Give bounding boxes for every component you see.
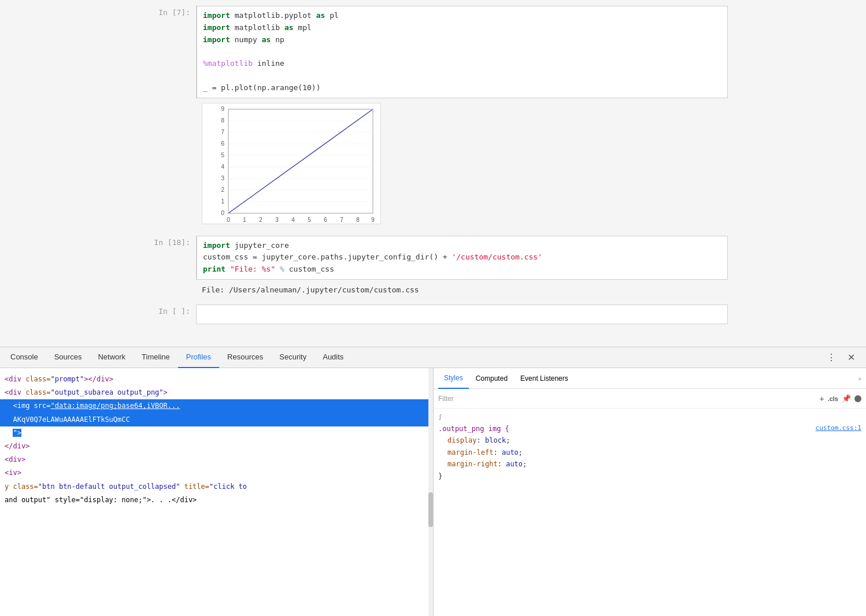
css-property-name: display <box>438 436 477 444</box>
dom-line-9: y class="btn btn-default output_collapse… <box>0 480 433 493</box>
tab-profiles[interactable]: Profiles <box>178 347 219 368</box>
css-prop-margin-right: margin-right: auto; <box>438 458 861 470</box>
keyword: import <box>203 11 230 20</box>
devtools-close-icon[interactable]: ✕ <box>843 350 859 366</box>
dom-line-8: <iv> <box>0 466 433 480</box>
keyword: as <box>262 35 271 44</box>
cell-7-label: In [7]: <box>138 6 196 17</box>
tab-resources[interactable]: Resources <box>219 347 271 368</box>
styles-tabs-more-icon[interactable]: » <box>858 375 861 382</box>
styles-color-icon[interactable] <box>854 395 861 402</box>
keyword: import <box>203 23 230 32</box>
dom-closing: "> <box>13 429 21 437</box>
cell-18-label: In [18]: <box>138 236 196 247</box>
styles-tab-computed[interactable]: Computed <box>470 368 513 389</box>
string-literal: '/custom/custom.css' <box>451 253 542 261</box>
code-text: mpl <box>294 23 312 32</box>
matplotlib-chart: 0 1 2 3 4 5 6 7 8 9 0 1 2 3 4 5 6 7 8 <box>202 103 381 224</box>
svg-text:8: 8 <box>356 217 360 223</box>
styles-cls-button[interactable]: .cls <box>828 395 838 402</box>
keyword: import <box>203 35 230 44</box>
dom-line-3-selected: <img src="data:image/png;base64,iVBOR... <box>0 399 433 413</box>
svg-text:4: 4 <box>291 217 295 223</box>
svg-text:0: 0 <box>227 217 230 223</box>
dom-line-5: "> <box>0 426 433 440</box>
cell-18-output: File: /Users/alneuman/.jupyter/custom/cu… <box>202 284 728 295</box>
dom-line-4-selected: AKqV0Q7eLAWuAAAAAElFTkSuQmCC <box>0 413 433 426</box>
dom-inspector-panel[interactable]: <div class="prompt"></div> <div class="o… <box>0 368 434 616</box>
code-text: custom_css = jupyter_core.paths.jupyter_… <box>203 253 451 261</box>
svg-text:6: 6 <box>221 140 224 147</box>
tab-timeline[interactable]: Timeline <box>134 347 178 368</box>
svg-text:1: 1 <box>221 198 224 205</box>
styles-add-icon[interactable]: + <box>819 394 824 403</box>
svg-text:7: 7 <box>221 129 224 135</box>
code-text: custom_css <box>284 265 334 273</box>
styles-pin-icon[interactable]: 📌 <box>842 394 851 403</box>
dom-continuation: AKqV0Q7eLAWuAAAAAElFTkSuQmCC <box>13 415 129 424</box>
keyword: import <box>203 241 230 250</box>
styles-filter-label: Filter <box>438 395 815 403</box>
svg-text:8: 8 <box>221 117 224 124</box>
code-text: _ = pl.plot(np.arange(10)) <box>203 83 321 92</box>
code-text: pl <box>325 11 338 20</box>
svg-text:9: 9 <box>371 217 375 223</box>
devtools-more-icon[interactable]: ⋮ <box>823 350 839 366</box>
code-text: matplotlib.pyplot <box>235 11 316 20</box>
cell-18-input[interactable]: import jupyter_core custom_css = jupyter… <box>196 236 728 280</box>
styles-tab-styles[interactable]: Styles <box>438 368 469 389</box>
css-property-name: margin-right <box>438 460 498 468</box>
devtools-tabs-bar: Console Sources Network Timeline Profile… <box>0 347 866 368</box>
styles-toolbar-icons: + .cls 📌 <box>819 394 861 403</box>
styles-inherited-label: ʃ <box>438 413 861 421</box>
code-text <box>275 265 280 273</box>
code-text: numpy <box>235 35 262 44</box>
css-source-link[interactable]: custom.css:1 <box>816 423 861 434</box>
tab-sources[interactable]: Sources <box>46 347 90 368</box>
styles-tab-event-listeners[interactable]: Event Listeners <box>515 368 574 389</box>
tab-network[interactable]: Network <box>90 347 134 368</box>
cell-7-input[interactable]: import matplotlib.pyplot as pl import ma… <box>196 6 728 98</box>
scroll-thumb[interactable] <box>428 492 433 527</box>
svg-text:9: 9 <box>221 106 224 112</box>
dom-attr-name: src= <box>34 402 51 410</box>
css-prop-display: display: block; <box>438 435 861 446</box>
svg-text:3: 3 <box>275 217 279 223</box>
svg-text:3: 3 <box>221 175 224 181</box>
dom-line-10: and output" style="display: none;">. . .… <box>0 493 433 507</box>
cell-7: In [7]: import matplotlib.pyplot as pl i… <box>138 6 728 98</box>
notebook-area: In [7]: import matplotlib.pyplot as pl i… <box>0 0 866 347</box>
css-prop-margin-left: margin-left: auto; <box>438 447 861 458</box>
dom-attr-value-link[interactable]: "data:image/png;base64,iVBOR... <box>50 402 180 410</box>
magic-cmd: %matplotlib <box>203 59 253 68</box>
keyword: print <box>203 265 225 273</box>
styles-toolbar: Filter + .cls 📌 <box>434 389 866 409</box>
cell-empty-label: In [ ]: <box>138 305 196 316</box>
css-property-value: auto <box>506 460 523 468</box>
tab-console[interactable]: Console <box>2 347 46 368</box>
css-rule-output-png: custom.css:1 .output_png img { display: … <box>438 423 861 482</box>
code-text: inline <box>253 59 284 68</box>
code-text <box>225 265 230 273</box>
operator: % <box>280 265 284 273</box>
devtools-panel: Console Sources Network Timeline Profile… <box>0 347 866 616</box>
css-property-name: margin-left <box>438 448 493 457</box>
css-property-value: block <box>485 436 506 444</box>
dom-line-7: <div> <box>0 453 433 466</box>
css-selector: .output_png img { <box>438 425 509 433</box>
svg-text:6: 6 <box>324 217 327 223</box>
svg-text:4: 4 <box>221 164 224 170</box>
tab-audits[interactable]: Audits <box>314 347 351 368</box>
code-text: np <box>271 35 284 44</box>
svg-text:5: 5 <box>308 217 311 223</box>
styles-content: ʃ custom.css:1 .output_png img { display… <box>434 409 866 616</box>
scroll-indicator <box>428 368 433 616</box>
svg-text:2: 2 <box>259 217 262 223</box>
svg-text:0: 0 <box>221 210 224 216</box>
tab-security[interactable]: Security <box>271 347 314 368</box>
cell-empty-input[interactable] <box>196 305 728 324</box>
svg-text:1: 1 <box>243 217 246 223</box>
dom-line-2: <div class="output_subarea output_png"> <box>0 386 433 399</box>
dom-line-6: </div> <box>0 440 433 453</box>
output-text: File: /Users/alneuman/.jupyter/custom/cu… <box>202 284 728 295</box>
